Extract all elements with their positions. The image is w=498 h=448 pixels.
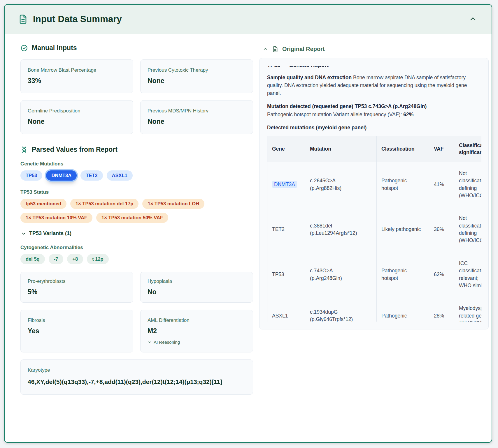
parsed-cards-grid-2: Fibrosis Yes AML Differentiation M2 AI R… xyxy=(20,310,253,352)
metric-card-aml-differentiation: AML Differentiation M2 AI Reasoning xyxy=(140,310,253,352)
original-report-card: TP53 — Genetic Report Sample quality and… xyxy=(259,58,489,329)
report-scroll-area[interactable]: TP53 — Genetic Report Sample quality and… xyxy=(267,66,481,322)
parsed-cards-grid-1: Pro-erythroblasts 5% Hypoplasia No xyxy=(20,272,253,303)
cell-vaf: 41% xyxy=(429,162,454,207)
right-column: Original Report TP53 — Genetic Report Sa… xyxy=(259,44,490,395)
karyotype-card: Karyotype 46,XY,del(5)(q13q33),-7,+8,add… xyxy=(20,359,253,395)
mutations-table: Gene Mutation Classification VAF Classif… xyxy=(267,136,481,322)
panel-content: Manual Inputs Bone Marrow Blast Percenta… xyxy=(5,34,492,395)
parsed-values-title: Parsed Values from Report xyxy=(32,146,118,154)
metric-value: 5% xyxy=(28,288,126,296)
cell-vaf: 36% xyxy=(429,207,454,252)
cell-classification: Pathogenic xyxy=(377,297,429,322)
chip-tp53-50-vaf[interactable]: 1× TP53 mutation 50% VAF xyxy=(96,213,168,223)
cell-classification: Pathogenic hotspot xyxy=(377,252,429,297)
metric-card-cytotoxic-therapy: Previous Cytotoxic Therapy None xyxy=(140,59,253,93)
metric-label: Previous Cytotoxic Therapy xyxy=(148,67,246,73)
tp53-variants-label: TP53 Variants (1) xyxy=(29,230,71,237)
dna-icon xyxy=(20,146,28,154)
metric-value: None xyxy=(28,118,126,126)
manual-inputs-header: Manual Inputs xyxy=(20,44,253,52)
collapse-panel-button[interactable] xyxy=(468,14,478,24)
metric-card-germline-predisposition: Germline Predisposition None xyxy=(20,100,133,134)
gene-link-dnmt3a[interactable]: DNMT3A xyxy=(272,181,297,188)
page-title: Input Data Summary xyxy=(33,14,122,24)
cell-mutation: c.2645G>A (p.Arg882His) xyxy=(305,162,377,207)
chip-tp53-del17p[interactable]: 1× TP53 mutation del 17p xyxy=(70,199,139,209)
col-header-classification: Classification xyxy=(377,136,429,162)
original-report-header[interactable]: Original Report xyxy=(263,46,490,52)
metric-label: Fibrosis xyxy=(28,318,126,323)
cell-gene: ASXL1 xyxy=(267,297,305,322)
tp53-variants-toggle[interactable]: TP53 Variants (1) xyxy=(21,230,253,237)
manual-inputs-title: Manual Inputs xyxy=(32,44,77,52)
cell-significance: Myelodysplasia related gene (WHO/ICC) xyxy=(454,297,482,322)
manual-inputs-grid: Bone Marrow Blast Percentage 33% Previou… xyxy=(20,59,253,134)
cell-significance: Not classification defining (WHO/ICC) xyxy=(454,207,482,252)
parsed-values-header: Parsed Values from Report xyxy=(20,146,253,154)
report-doc-title: TP53 — Genetic Report xyxy=(267,66,481,68)
metric-value: 33% xyxy=(28,77,126,85)
metric-label: Pro-erythroblasts xyxy=(28,278,126,284)
chip-tet2[interactable]: TET2 xyxy=(80,170,103,181)
chip-t12p[interactable]: t 12p xyxy=(87,254,109,264)
table-row-dnmt3a: DNMT3A c.2645G>A (p.Arg882His) Pathogeni… xyxy=(267,162,482,207)
tp53-status-chips: tp53 mentioned 1× TP53 mutation del 17p … xyxy=(20,199,230,223)
check-circle-icon xyxy=(20,44,28,52)
chevron-up-icon xyxy=(469,15,477,23)
chip-asxl1[interactable]: ASXL1 xyxy=(107,170,133,181)
karyotype-value: 46,XY,del(5)(q13q33),-7,+8,add(11)(q23),… xyxy=(28,377,246,387)
tp53-status-label: TP53 Status xyxy=(20,189,253,195)
chip-tp53[interactable]: TP53 xyxy=(20,170,42,181)
cell-mutation: c.743G>A (p.Arg248Gln) xyxy=(305,252,377,297)
table-header-row: Gene Mutation Classification VAF Classif… xyxy=(267,136,482,162)
table-row-tet2: TET2 c.3881del (p.Leu1294Argfs*12) Likel… xyxy=(267,207,482,252)
col-header-significance: Classification significance xyxy=(454,136,482,162)
col-header-vaf: VAF xyxy=(429,136,454,162)
cell-gene: TET2 xyxy=(267,207,305,252)
original-report-title: Original Report xyxy=(282,46,325,52)
cell-classification: Likely pathogenic xyxy=(377,207,429,252)
document-icon xyxy=(18,14,28,24)
metric-value: M2 xyxy=(148,327,246,335)
metric-label: Hypoplasia xyxy=(148,278,246,284)
cell-mutation: c.3881del (p.Leu1294Argfs*12) xyxy=(305,207,377,252)
chip-plus8[interactable]: +8 xyxy=(67,254,83,264)
metric-label: AML Differentiation xyxy=(148,318,246,323)
cell-vaf: 62% xyxy=(429,252,454,297)
metric-card-fibrosis: Fibrosis Yes xyxy=(20,310,133,352)
cell-significance: ICC classification relevant; WHO similar xyxy=(454,252,482,297)
document-icon xyxy=(272,46,278,52)
metric-label: Previous MDS/MPN History xyxy=(148,108,246,114)
cell-classification: Pathogenic hotspot xyxy=(377,162,429,207)
genetic-mutation-chips: TP53 DNMT3A TET2 ASXL1 xyxy=(20,170,253,181)
panel-header: Input Data Summary xyxy=(5,5,492,34)
metric-card-mds-mpn-history: Previous MDS/MPN History None xyxy=(140,100,253,134)
chip-del5q[interactable]: del 5q xyxy=(20,254,45,264)
cell-significance: Not classification defining (WHO/ICC) xyxy=(454,162,482,207)
table-row-asxl1: ASXL1 c.1934dupG (p.Gly646Trpfs*12) Path… xyxy=(267,297,482,322)
chip-tp53-mentioned[interactable]: tp53 mentioned xyxy=(20,199,66,209)
metric-card-hypoplasia: Hypoplasia No xyxy=(140,272,253,303)
metric-value: None xyxy=(148,118,246,126)
cell-gene: DNMT3A xyxy=(267,162,305,207)
cell-vaf: 28% xyxy=(429,297,454,322)
metric-card-pro-erythroblasts: Pro-erythroblasts 5% xyxy=(20,272,133,303)
cell-gene: TP53 xyxy=(267,252,305,297)
cytogenetic-label: Cytogenetic Abnormalities xyxy=(20,245,253,251)
input-data-summary-panel: Input Data Summary Manual Inputs Bone Ma… xyxy=(4,4,492,443)
karyotype-label: Karyotype xyxy=(28,367,246,373)
detected-mutations-heading: Detected mutations (myeloid gene panel) xyxy=(267,124,481,132)
chip-dnmt3a-selected[interactable]: DNMT3A xyxy=(46,170,77,181)
report-paragraph-sample-quality: Sample quality and DNA extraction Bone m… xyxy=(267,74,481,97)
chip-tp53-loh[interactable]: 1× TP53 mutation LOH xyxy=(142,199,204,209)
metric-label: Germline Predisposition xyxy=(28,108,126,114)
chip-minus7[interactable]: -7 xyxy=(49,254,64,264)
genetic-mutations-label: Genetic Mutations xyxy=(20,161,253,167)
chevron-down-icon xyxy=(21,231,26,236)
chip-tp53-10-vaf[interactable]: 1× TP53 mutation 10% VAF xyxy=(20,213,92,223)
metric-value: Yes xyxy=(28,327,126,335)
cytogenetic-chips: del 5q -7 +8 t 12p xyxy=(20,254,253,264)
metric-card-blast-percentage: Bone Marrow Blast Percentage 33% xyxy=(20,59,133,93)
ai-reasoning-toggle[interactable]: AI Reasoning xyxy=(148,340,246,345)
